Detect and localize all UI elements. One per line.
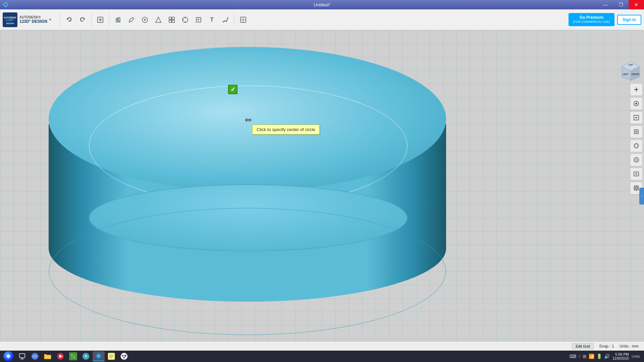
system-tray: ⌨ ↑ ⊞ 📶 🔋 🔊 — [570, 354, 610, 359]
close-button[interactable]: ✕ — [629, 0, 644, 9]
render-view-button[interactable] — [630, 154, 643, 166]
cylinder-scene — [0, 30, 644, 362]
svg-point-76 — [122, 355, 124, 357]
new-object-button[interactable] — [94, 14, 106, 26]
redo-button[interactable] — [76, 14, 89, 26]
volume-icon: 🔊 — [604, 354, 610, 359]
svg-point-43 — [635, 103, 637, 105]
box-primitive-btn[interactable] — [112, 14, 124, 26]
svg-marker-32 — [245, 118, 252, 122]
primitives-group: T — [112, 14, 231, 26]
svg-text:TOP: TOP — [628, 64, 633, 66]
svg-rect-21 — [172, 20, 174, 22]
snap-btn[interactable] — [219, 14, 231, 26]
pattern-btn[interactable] — [166, 14, 178, 26]
pan-button[interactable] — [630, 97, 643, 110]
minimize-button[interactable]: — — [598, 0, 613, 9]
show-desktop-btn[interactable] — [16, 351, 28, 361]
view-controls-panel — [630, 83, 643, 194]
sign-in-button[interactable]: Sign In — [617, 15, 641, 25]
collapse-icon: › — [641, 194, 642, 198]
modify-btn[interactable] — [152, 14, 164, 26]
battery-icon: 🔋 — [596, 354, 602, 359]
construct-btn[interactable] — [139, 14, 151, 26]
clock-date: 12/8/2015 — [612, 356, 629, 360]
logo-box: AUTODESK 123D° DESIGN — [3, 12, 17, 27]
svg-point-53 — [635, 187, 637, 189]
3d-viewport[interactable]: ✓ Click to specify center of circle TOP … — [0, 30, 644, 362]
view-cube[interactable]: TOP LEFT FRONT — [620, 60, 641, 82]
svg-rect-63 — [71, 354, 73, 356]
windows-icon: ⊞ — [583, 354, 587, 359]
context-tooltip: Click to specify center of circle — [252, 125, 320, 134]
units-display: Units : mm — [620, 344, 639, 349]
signal-icon: 📶 — [589, 354, 594, 359]
svg-text:FRONT: FRONT — [632, 73, 640, 75]
windows-orb — [3, 351, 13, 361]
svg-rect-19 — [172, 17, 174, 19]
clock: 5:56 PM 12/8/2015 — [612, 352, 629, 360]
bird-game-btn[interactable]: ✦ — [80, 351, 92, 361]
divider-2 — [91, 13, 92, 26]
svg-line-14 — [130, 17, 132, 19]
checkmark-icon: ✓ — [230, 86, 235, 93]
home-view-button[interactable] — [630, 125, 643, 138]
app-menu-arrow[interactable]: ▼ — [49, 18, 52, 21]
view-btn[interactable] — [237, 14, 249, 26]
svg-marker-17 — [156, 17, 161, 22]
svg-point-49 — [635, 143, 637, 148]
animation-button[interactable] — [630, 168, 643, 180]
undo-button[interactable] — [63, 14, 75, 26]
zoom-fit-button[interactable] — [630, 111, 643, 124]
svg-text:LEFT: LEFT — [623, 73, 629, 75]
cylinder-guide — [49, 208, 446, 335]
autodesk-taskbar-btn[interactable] — [93, 351, 105, 361]
svg-point-78 — [123, 357, 125, 359]
sketch-btn[interactable] — [125, 14, 138, 26]
measure-btn[interactable] — [179, 14, 191, 26]
paint-btn[interactable] — [118, 351, 130, 361]
arrow-icon: ↑ — [578, 354, 581, 359]
text-btn[interactable]: T — [206, 14, 218, 26]
browser-btn[interactable] — [29, 351, 41, 361]
title-bar: Untitled* — ❐ ✕ — [0, 0, 644, 9]
clock-time: 5:56 PM — [612, 352, 629, 356]
window-title: Untitled* — [314, 2, 330, 7]
cursor-position — [245, 117, 252, 121]
status-bar: Edit Grid Snap : 1 Units : mm — [0, 341, 644, 351]
divider-3 — [109, 13, 109, 26]
zoom-in-button[interactable] — [630, 83, 643, 96]
minecraft-btn[interactable] — [67, 351, 79, 361]
maximize-button[interactable]: ❐ — [613, 0, 629, 9]
go-premium-button[interactable]: Go Premium (FOR COMMERCIAL USE) — [569, 13, 614, 26]
confirm-button[interactable]: ✓ — [228, 85, 237, 94]
media-player-btn[interactable] — [54, 351, 66, 361]
svg-rect-55 — [19, 354, 25, 358]
divider-4 — [234, 13, 234, 26]
units-label: Units — [632, 354, 640, 358]
svg-point-16 — [144, 19, 146, 21]
material-btn[interactable] — [193, 14, 205, 26]
app-logo[interactable]: AUTODESK 123D° DESIGN AUTODESK® 123D° DE… — [3, 12, 52, 27]
taskbar-right: ⌨ ↑ ⊞ 📶 🔋 🔊 5:56 PM 12/8/2015 Units — [570, 352, 643, 360]
svg-rect-48 — [635, 131, 637, 133]
start-orb[interactable] — [1, 351, 15, 361]
svg-rect-62 — [69, 352, 77, 360]
orbit-button[interactable] — [630, 139, 643, 152]
logo-text: AUTODESK® 123D° DESIGN — [19, 15, 47, 24]
folder-btn[interactable] — [42, 351, 54, 361]
window-controls: — ❐ ✕ — [598, 0, 644, 9]
undo-redo-group — [63, 14, 89, 26]
svg-marker-54 — [6, 354, 11, 359]
edit-grid-button[interactable]: Edit Grid — [572, 343, 594, 349]
svg-rect-20 — [169, 20, 171, 22]
svg-text:✦: ✦ — [84, 354, 88, 359]
svg-text:123D°: 123D° — [6, 18, 14, 22]
svg-text:DESIGN: DESIGN — [6, 22, 14, 24]
svg-rect-65 — [71, 357, 73, 358]
panel-collapse-button[interactable]: › — [639, 188, 644, 204]
sticky-notes-btn[interactable] — [105, 351, 117, 361]
premium-area: Go Premium (FOR COMMERCIAL USE) Sign In — [569, 13, 641, 26]
divider-1 — [60, 13, 60, 26]
svg-rect-26 — [196, 17, 201, 22]
